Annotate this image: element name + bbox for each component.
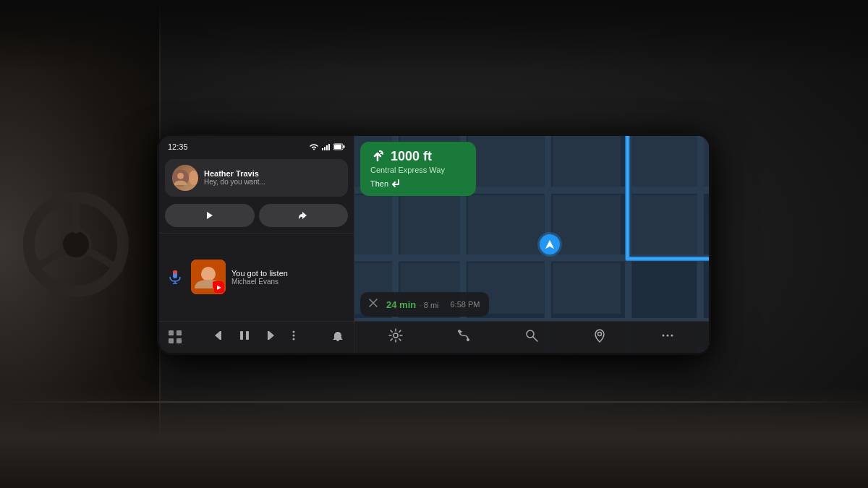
status-icons [309, 143, 345, 150]
notification-actions [159, 200, 354, 233]
svg-rect-29 [240, 331, 243, 340]
svg-rect-41 [629, 136, 697, 187]
svg-rect-44 [400, 195, 459, 254]
svg-line-67 [533, 337, 537, 341]
sender-name: Heather Travis [204, 169, 341, 178]
svg-point-20 [201, 267, 216, 281]
wifi-icon [309, 143, 319, 150]
top-dash [0, 0, 868, 72]
eta-arrival-time: 6:58 PM [451, 300, 480, 309]
svg-rect-39 [468, 136, 544, 187]
svg-marker-27 [215, 331, 220, 340]
map-toolbar [354, 321, 709, 353]
svg-rect-25 [169, 338, 174, 343]
status-bar: 12:35 [159, 136, 354, 156]
svg-rect-10 [344, 145, 345, 148]
notification-bell-button[interactable] [328, 327, 348, 347]
media-controls-bar [159, 321, 354, 353]
svg-point-70 [667, 335, 669, 337]
svg-rect-7 [326, 145, 328, 150]
signal-icon [322, 143, 331, 150]
svg-rect-51 [553, 262, 621, 313]
navigation-card: 1000 ft Central Express Way Then [360, 142, 476, 196]
eta-distance: 8 mi [424, 301, 439, 309]
battery-icon [333, 143, 345, 150]
svg-rect-28 [220, 331, 221, 340]
svg-rect-21 [213, 281, 223, 288]
svg-point-13 [177, 172, 184, 179]
svg-rect-8 [328, 144, 330, 150]
distance-text: 1000 ft [391, 149, 432, 164]
map-panel: 1000 ft Central Express Way Then [354, 136, 709, 353]
status-time: 12:35 [168, 142, 188, 151]
playback-controls [185, 329, 328, 345]
svg-point-63 [393, 333, 398, 338]
svg-point-68 [598, 333, 602, 336]
route-options-button[interactable] [456, 328, 471, 346]
svg-rect-5 [322, 148, 323, 150]
svg-point-34 [292, 335, 294, 337]
eta-duration: 24 min [386, 299, 416, 310]
svg-rect-45 [468, 195, 544, 254]
svg-point-1 [61, 230, 90, 259]
music-section: You got to listen Michael Evans [159, 233, 354, 321]
svg-point-69 [663, 335, 665, 337]
pause-button[interactable] [238, 329, 251, 345]
svg-rect-47 [629, 195, 697, 254]
turn-arrow-icon [370, 149, 385, 163]
svg-point-35 [292, 338, 294, 341]
then-instruction: Then [370, 179, 466, 189]
svg-rect-46 [553, 195, 621, 254]
music-thumbnail [191, 260, 226, 294]
map-search-button[interactable] [524, 328, 539, 346]
map-settings-button[interactable] [388, 328, 403, 346]
then-turn-icon [391, 179, 401, 189]
previous-track-button[interactable] [213, 329, 226, 345]
bottom-left [165, 327, 185, 347]
svg-rect-23 [169, 330, 174, 335]
street-name: Central Express Way [370, 166, 466, 174]
message-preview: Hey, do you want... [204, 178, 341, 186]
svg-marker-22 [216, 283, 220, 286]
apps-grid-button[interactable] [165, 327, 185, 347]
map-pin-button[interactable] [592, 328, 607, 346]
dashboard-surface [0, 387, 868, 488]
svg-point-65 [467, 338, 469, 341]
track-title: You got to listen [231, 269, 348, 278]
svg-rect-43 [354, 195, 392, 254]
left-panel: 12:35 [159, 136, 354, 353]
map-more-button[interactable] [660, 328, 675, 346]
svg-rect-24 [176, 330, 182, 335]
car-interior: 12:35 [0, 0, 868, 488]
location-indicator [540, 234, 560, 254]
svg-rect-32 [268, 331, 269, 340]
svg-marker-31 [269, 331, 274, 340]
svg-rect-16 [173, 270, 177, 274]
play-message-button[interactable] [165, 204, 255, 227]
android-auto-screen: 12:35 [159, 136, 709, 353]
close-route-button[interactable] [369, 299, 378, 309]
next-track-button[interactable] [263, 329, 276, 345]
svg-point-33 [292, 331, 294, 333]
svg-rect-40 [553, 136, 621, 187]
more-options-button[interactable] [287, 329, 300, 345]
steering-wheel [22, 190, 130, 299]
svg-rect-6 [324, 147, 326, 150]
music-info: You got to listen Michael Evans [231, 269, 348, 286]
svg-point-71 [671, 335, 673, 337]
reply-message-button[interactable] [259, 204, 349, 227]
svg-rect-11 [334, 145, 341, 149]
svg-marker-60 [545, 240, 554, 249]
notification-text: Heather Travis Hey, do you want... [204, 169, 341, 186]
svg-rect-59 [697, 136, 704, 353]
artist-name: Michael Evans [231, 278, 348, 286]
eta-info: 24 min · 8 mi [386, 298, 439, 311]
eta-card: 24 min · 8 mi 6:58 PM [360, 292, 489, 317]
notification-card: Heather Travis Hey, do you want... [165, 159, 348, 197]
svg-rect-30 [246, 331, 249, 340]
svg-marker-14 [207, 212, 213, 219]
svg-rect-26 [176, 338, 182, 343]
nav-distance: 1000 ft [370, 149, 466, 164]
contact-avatar [172, 165, 198, 191]
google-mic-icon [165, 267, 185, 287]
